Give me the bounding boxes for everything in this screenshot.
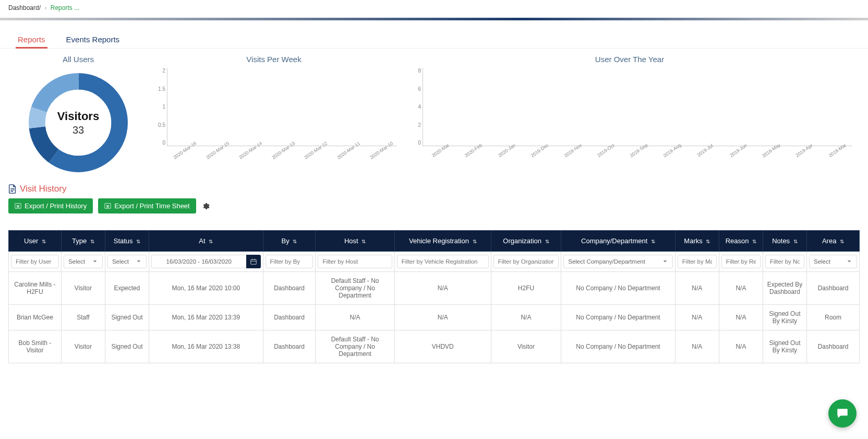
cell-user: Caroline Mills - H2FU (9, 272, 62, 305)
document-icon (8, 184, 17, 194)
sort-icon: ⇅ (752, 239, 756, 244)
cell-type: Visitor (61, 272, 105, 305)
breadcrumb-dashboard[interactable]: Dashboard/ (8, 4, 41, 11)
filter-host-input[interactable] (318, 255, 392, 268)
column-header[interactable]: At ⇅ (149, 231, 263, 252)
sort-icon: ⇅ (293, 239, 297, 244)
column-header[interactable]: Vehicle Registration ⇅ (394, 231, 491, 252)
cell-status: Signed Out (105, 330, 149, 363)
sort-icon: ⇅ (90, 239, 94, 244)
column-header[interactable]: Reason ⇅ (719, 231, 763, 252)
cell-notes: Signed Out By Kirsty (763, 305, 806, 330)
cell-by: Dashboard (263, 305, 316, 330)
filter-vehicle-input[interactable] (397, 255, 489, 268)
column-header[interactable]: Notes ⇅ (763, 231, 806, 252)
sort-icon: ⇅ (42, 239, 46, 244)
cell-company: No Company / No Department (561, 305, 676, 330)
divider-gradient (0, 18, 868, 20)
filter-marks-input[interactable] (678, 255, 717, 268)
calendar-icon[interactable] (246, 255, 261, 268)
cell-marks: N/A (675, 272, 719, 305)
cell-at: Mon, 16 Mar 2020 13:39 (149, 305, 263, 330)
cell-type: Visitor (61, 330, 105, 363)
column-header[interactable]: Area ⇅ (806, 231, 859, 252)
cell-marks: N/A (675, 330, 719, 363)
visit-history-section: Visit History Export / Print History Exp… (0, 177, 868, 230)
filter-reason-input[interactable] (721, 255, 761, 268)
tab-events-reports[interactable]: Events Reports (64, 31, 122, 48)
filter-by-input[interactable] (266, 255, 314, 268)
charts-row: All Users Visitors 33 Visits Per Week 21… (0, 49, 868, 177)
column-header[interactable]: Marks ⇅ (675, 231, 719, 252)
user-over-year-chart: User Over The Year 86420 2020-Mar2020-Fe… (407, 55, 852, 177)
gear-icon[interactable] (201, 202, 210, 210)
column-header[interactable]: Organization ⇅ (491, 231, 561, 252)
chart-title-week: Visits Per Week (151, 55, 396, 64)
sort-icon: ⇅ (473, 239, 477, 244)
sort-icon: ⇅ (209, 239, 213, 244)
breadcrumb: Dashboard/ › Reports ... (0, 0, 868, 16)
cell-vehicle: N/A (394, 305, 491, 330)
filter-row: Select Select Select Company/Department … (9, 252, 860, 272)
cell-notes: Expected By Dashboard (763, 272, 806, 305)
table-row: Bob Smith - VisitorVisitorSigned OutMon,… (9, 330, 860, 363)
table-row: Brian McGeeStaffSigned OutMon, 16 Mar 20… (9, 305, 860, 330)
cell-reason: N/A (719, 272, 763, 305)
cell-company: No Company / No Department (561, 330, 676, 363)
cell-area: Dashboard (806, 272, 859, 305)
sort-icon: ⇅ (651, 239, 655, 244)
cell-org: N/A (491, 305, 561, 330)
sort-icon: ⇅ (793, 239, 798, 244)
sort-icon: ⇅ (840, 239, 844, 244)
cell-company: No Company / No Department (561, 272, 676, 305)
filter-type-select[interactable]: Select (64, 255, 103, 268)
cell-host: Default Staff - No Company / No Departme… (316, 272, 394, 305)
visits-per-week-chart: Visits Per Week 21.510.50 2020-Mar-16202… (151, 55, 396, 177)
cell-host: N/A (316, 305, 394, 330)
cell-area: Dashboard (806, 330, 859, 363)
cell-by: Dashboard (263, 272, 316, 305)
cell-by: Dashboard (263, 330, 316, 363)
cell-host: Default Staff - No Company / No Departme… (316, 330, 394, 363)
cell-at: Mon, 16 Mar 2020 10:00 (149, 272, 263, 305)
column-header[interactable]: By ⇅ (263, 231, 316, 252)
column-header[interactable]: Host ⇅ (316, 231, 394, 252)
column-header[interactable]: User ⇅ (9, 231, 62, 252)
all-users-chart: All Users Visitors 33 (16, 55, 141, 177)
chevron-right-icon: › (44, 4, 46, 11)
column-header[interactable]: Company/Department ⇅ (561, 231, 676, 252)
visit-history-table: User ⇅Type ⇅Status ⇅At ⇅By ⇅Host ⇅Vehicl… (8, 230, 860, 363)
chart-title-year: User Over The Year (407, 55, 852, 64)
filter-area-select[interactable]: Select (809, 255, 857, 268)
cell-status: Signed Out (105, 305, 149, 330)
filter-org-input[interactable] (493, 255, 559, 268)
cell-at: Mon, 16 Mar 2020 13:38 (149, 330, 263, 363)
cell-org: Visitor (491, 330, 561, 363)
sort-icon: ⇅ (706, 239, 710, 244)
cell-reason: N/A (719, 330, 763, 363)
cell-vehicle: N/A (394, 272, 491, 305)
cell-user: Brian McGee (9, 305, 62, 330)
sort-icon: ⇅ (136, 239, 140, 244)
cell-area: Room (806, 305, 859, 330)
cell-reason: N/A (719, 305, 763, 330)
cell-user: Bob Smith - Visitor (9, 330, 62, 363)
column-header[interactable]: Type ⇅ (61, 231, 105, 252)
tab-reports[interactable]: Reports (16, 31, 47, 48)
export-history-button[interactable]: Export / Print History (8, 198, 93, 213)
donut-center-label: Visitors (57, 110, 99, 123)
export-timesheet-button[interactable]: Export / Print Time Sheet (98, 198, 196, 213)
excel-icon (104, 203, 111, 209)
column-header[interactable]: Status ⇅ (105, 231, 149, 252)
svg-rect-8 (250, 259, 256, 264)
cell-notes: Signed Out By Kirsty (763, 330, 806, 363)
table-row: Caroline Mills - H2FUVisitorExpectedMon,… (9, 272, 860, 305)
filter-user-input[interactable] (11, 255, 59, 268)
filter-date-input[interactable] (151, 255, 246, 268)
visit-history-title: Visit History (8, 184, 860, 194)
filter-status-select[interactable]: Select (107, 255, 147, 268)
filter-notes-input[interactable] (765, 255, 804, 268)
breadcrumb-current: Reports ... (51, 4, 79, 11)
filter-company-select[interactable]: Select Company/Department (563, 255, 673, 268)
cell-org: H2FU (491, 272, 561, 305)
